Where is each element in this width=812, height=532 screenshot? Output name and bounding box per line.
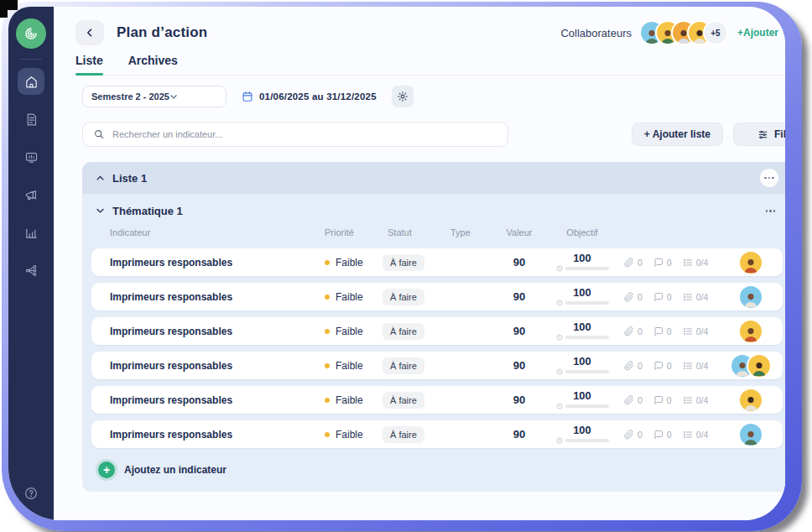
progress-bar bbox=[565, 404, 609, 408]
table-row[interactable]: Imprimeurs responsables Faible À faire 9… bbox=[91, 386, 783, 414]
status-badge: À faire bbox=[383, 357, 424, 374]
comments-icon bbox=[653, 258, 664, 268]
table-row[interactable]: Imprimeurs responsables Faible À faire 9… bbox=[91, 317, 783, 345]
collaborators-label: Collaborateurs bbox=[560, 27, 632, 39]
page: Plan d’action Collaborateurs bbox=[0, 0, 812, 532]
sidebar-divider bbox=[20, 59, 42, 60]
checklist-count: 0/4 bbox=[696, 258, 709, 268]
status-badge: À faire bbox=[383, 426, 424, 443]
sidebar-item-documents[interactable] bbox=[18, 106, 44, 133]
value-cell: 90 bbox=[498, 394, 540, 406]
page-title: Plan d’action bbox=[117, 24, 207, 41]
theme-menu-button[interactable] bbox=[763, 206, 779, 216]
tab-bar: Liste Archives bbox=[75, 54, 785, 76]
collaborator-avatars[interactable]: +5 bbox=[641, 22, 726, 44]
list-header[interactable]: Liste 1 bbox=[82, 162, 785, 194]
add-collaborator-button[interactable]: +Ajouter bbox=[737, 27, 778, 39]
add-indicator-label: Ajoutez un indicateur bbox=[124, 464, 226, 476]
clock-icon bbox=[556, 437, 563, 444]
document-icon bbox=[24, 112, 39, 127]
col-valeur: Valeur bbox=[498, 227, 540, 237]
avatar-overflow-badge[interactable]: +5 bbox=[705, 22, 726, 44]
clock-icon bbox=[556, 265, 563, 272]
avatar bbox=[740, 252, 762, 274]
progress-bar bbox=[565, 370, 609, 373]
sidebar-item-network[interactable] bbox=[18, 257, 44, 284]
table-row[interactable]: Imprimeurs responsables Faible À faire 9… bbox=[91, 283, 783, 310]
objective-cell: 100 bbox=[540, 253, 624, 272]
list-menu-button[interactable] bbox=[760, 169, 778, 187]
meta-cell: 0 0 0/4 bbox=[624, 395, 718, 405]
paperclip-icon bbox=[624, 361, 634, 371]
help-button[interactable] bbox=[21, 483, 41, 503]
objective-value: 100 bbox=[573, 287, 591, 298]
checklist-icon bbox=[683, 430, 693, 440]
sidebar-item-home[interactable] bbox=[18, 68, 44, 95]
paperclip-icon bbox=[624, 430, 634, 440]
col-indicateur: Indicateur bbox=[91, 227, 318, 237]
column-headers: Indicateur Priorité Statut Type Valeur O… bbox=[91, 223, 783, 242]
paperclip-icon bbox=[624, 292, 634, 302]
home-icon bbox=[24, 75, 39, 89]
clock-icon bbox=[556, 334, 563, 341]
paperclip-icon bbox=[624, 326, 634, 336]
sidebar-item-stats[interactable] bbox=[18, 219, 44, 246]
add-indicator-button[interactable]: + Ajoutez un indicateur bbox=[98, 462, 783, 478]
priority-dot-icon bbox=[325, 398, 330, 403]
period-select-value: Semestre 2 - 2025 bbox=[91, 91, 169, 102]
search-input[interactable] bbox=[112, 129, 497, 139]
theme-row[interactable]: Thématique 1 bbox=[91, 197, 783, 223]
avatar bbox=[740, 321, 762, 342]
meta-cell: 0 0 0/4 bbox=[624, 292, 718, 302]
assignee-avatars[interactable] bbox=[718, 286, 783, 308]
assignee-avatars[interactable] bbox=[718, 355, 783, 377]
priority-dot-icon bbox=[325, 363, 330, 368]
assignee-avatars[interactable] bbox=[718, 424, 783, 446]
tab-liste[interactable]: Liste bbox=[75, 54, 103, 75]
objective-cell: 100 bbox=[540, 321, 624, 341]
progress-bar bbox=[565, 439, 609, 442]
checklist-count: 0/4 bbox=[696, 326, 709, 336]
assignee-avatars[interactable] bbox=[718, 321, 783, 342]
checklist-icon bbox=[683, 395, 693, 405]
add-list-button[interactable]: + Ajouter liste bbox=[632, 123, 723, 146]
date-range-text: 01/06/2025 au 31/12/2025 bbox=[259, 91, 377, 102]
brand-logo-icon[interactable] bbox=[16, 18, 46, 49]
back-button[interactable] bbox=[75, 20, 104, 45]
assignee-avatars[interactable] bbox=[718, 252, 783, 274]
collaborators-group: Collaborateurs bbox=[560, 22, 778, 44]
filter-button[interactable]: Filtrer bbox=[733, 123, 785, 146]
attachments-count: 0 bbox=[638, 361, 643, 371]
table-row[interactable]: Imprimeurs responsables Faible À faire 9… bbox=[91, 248, 783, 276]
search-icon bbox=[93, 128, 105, 140]
avatar bbox=[740, 424, 762, 446]
progress-bar bbox=[565, 301, 609, 305]
value-cell: 90 bbox=[498, 428, 540, 441]
app-window: Plan d’action Collaborateurs bbox=[8, 7, 785, 520]
tab-archives[interactable]: Archives bbox=[128, 54, 178, 75]
priority-dot-icon bbox=[325, 329, 330, 334]
table-row[interactable]: Imprimeurs responsables Faible À faire 9… bbox=[91, 352, 783, 379]
period-select[interactable]: Semestre 2 - 2025 bbox=[82, 86, 226, 107]
table-row[interactable]: Imprimeurs responsables Faible À faire 9… bbox=[91, 420, 783, 448]
sidebar-item-campaigns[interactable] bbox=[18, 181, 44, 208]
checklist-icon bbox=[683, 361, 693, 371]
sidebar-item-dashboard[interactable] bbox=[18, 143, 44, 170]
sidebar-nav bbox=[18, 68, 44, 284]
indicator-name: Imprimeurs responsables bbox=[91, 360, 318, 372]
assignee-avatars[interactable] bbox=[718, 389, 783, 411]
checklist-count: 0/4 bbox=[696, 292, 709, 302]
comments-count: 0 bbox=[667, 258, 672, 268]
progress-bar bbox=[565, 267, 609, 270]
indicator-name: Imprimeurs responsables bbox=[91, 429, 318, 441]
priority-dot-icon bbox=[325, 260, 330, 265]
sidebar bbox=[8, 7, 54, 520]
col-priorite: Priorité bbox=[318, 227, 381, 237]
checklist-count: 0/4 bbox=[696, 395, 709, 405]
settings-button[interactable] bbox=[392, 86, 414, 107]
checklist-count: 0/4 bbox=[696, 430, 709, 440]
corner-mark bbox=[0, 0, 8, 18]
priority-label: Faible bbox=[336, 257, 363, 269]
search-box[interactable] bbox=[82, 122, 508, 147]
date-range[interactable]: 01/06/2025 au 31/12/2025 bbox=[242, 91, 377, 102]
